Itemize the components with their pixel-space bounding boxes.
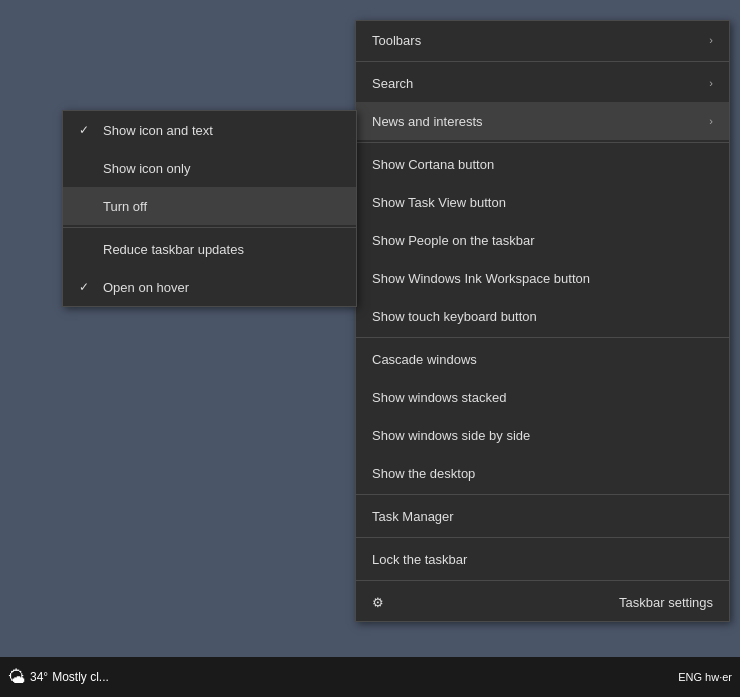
menu-label-show-desktop: Show the desktop [372,466,475,481]
menu-label-toolbars: Toolbars [372,33,421,48]
sub-separator-1 [63,227,356,228]
separator-4 [356,537,729,538]
menu-item-toolbars[interactable]: Toolbars › [356,21,729,59]
submenu-item-reduce-updates[interactable]: Reduce taskbar updates [63,230,356,268]
submenu-item-open-hover[interactable]: ✓ Open on hover [63,268,356,306]
taskbar: 🌤 34° Mostly cl... ENG hw·er [0,657,740,697]
gear-icon-taskbar-settings: ⚙ [372,595,388,610]
chevron-icon-search: › [709,77,713,89]
menu-item-cascade[interactable]: Cascade windows [356,340,729,378]
menu-item-cortana[interactable]: Show Cortana button [356,145,729,183]
submenu-label-show-icon-only: Show icon only [103,161,190,176]
menu-label-cortana: Show Cortana button [372,157,494,172]
menu-item-show-desktop[interactable]: Show the desktop [356,454,729,492]
weather-temp: 34° [30,670,48,684]
submenu-item-show-icon-only[interactable]: Show icon only [63,149,356,187]
submenu-news-interests: ✓ Show icon and text Show icon only Turn… [62,110,357,307]
menu-label-taskview: Show Task View button [372,195,506,210]
menu-label-news-interests: News and interests [372,114,483,129]
separator-2 [356,337,729,338]
menu-item-people[interactable]: Show People on the taskbar [356,221,729,259]
menu-label-stacked: Show windows stacked [372,390,506,405]
menu-item-stacked[interactable]: Show windows stacked [356,378,729,416]
chevron-icon-toolbars: › [709,34,713,46]
taskbar-system-tray: ENG hw·er [678,671,732,683]
check-icon-open-hover: ✓ [79,280,95,294]
menu-label-search: Search [372,76,413,91]
menu-item-taskview[interactable]: Show Task View button [356,183,729,221]
menu-label-lock-taskbar: Lock the taskbar [372,552,467,567]
submenu-label-turn-off: Turn off [103,199,147,214]
separator-1 [356,142,729,143]
submenu-label-show-icon-text: Show icon and text [103,123,213,138]
weather-icon: 🌤 [8,667,26,688]
menu-item-keyboard[interactable]: Show touch keyboard button [356,297,729,335]
separator-after-toolbars [356,61,729,62]
menu-label-side-by-side: Show windows side by side [372,428,530,443]
submenu-label-open-hover: Open on hover [103,280,189,295]
chevron-icon-news-interests: › [709,115,713,127]
menu-item-ink[interactable]: Show Windows Ink Workspace button [356,259,729,297]
menu-label-task-manager: Task Manager [372,509,454,524]
menu-label-cascade: Cascade windows [372,352,477,367]
main-context-menu: Toolbars › Search › News and interests ›… [355,20,730,622]
taskbar-right-text: ENG hw·er [678,671,732,683]
weather-widget[interactable]: 🌤 34° Mostly cl... [8,667,109,688]
submenu-item-turn-off[interactable]: Turn off [63,187,356,225]
menu-item-lock-taskbar[interactable]: Lock the taskbar [356,540,729,578]
menu-item-taskbar-settings[interactable]: ⚙ Taskbar settings [356,583,729,621]
menu-item-search[interactable]: Search › [356,64,729,102]
menu-label-taskbar-settings: Taskbar settings [619,595,713,610]
menu-label-ink: Show Windows Ink Workspace button [372,271,590,286]
menu-item-side-by-side[interactable]: Show windows side by side [356,416,729,454]
weather-desc: Mostly cl... [52,670,109,684]
check-icon-show-icon-text: ✓ [79,123,95,137]
submenu-item-show-icon-text[interactable]: ✓ Show icon and text [63,111,356,149]
submenu-label-reduce-updates: Reduce taskbar updates [103,242,244,257]
menu-item-news-interests[interactable]: News and interests › [356,102,729,140]
menu-label-keyboard: Show touch keyboard button [372,309,537,324]
separator-5 [356,580,729,581]
separator-3 [356,494,729,495]
menu-item-task-manager[interactable]: Task Manager [356,497,729,535]
menu-label-people: Show People on the taskbar [372,233,535,248]
